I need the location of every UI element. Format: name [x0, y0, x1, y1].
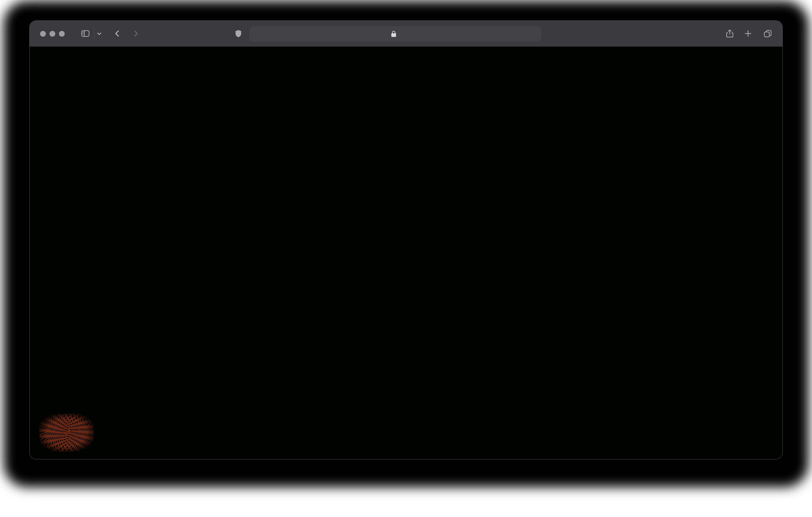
point-cloud-canvas[interactable] [30, 47, 782, 459]
close-window-button[interactable] [40, 31, 46, 37]
new-tab-icon[interactable] [743, 29, 753, 38]
tab-overview-icon[interactable] [763, 29, 773, 38]
toolbar-divider [94, 28, 94, 39]
sidebar-icon[interactable] [81, 29, 90, 38]
lock-icon [390, 30, 397, 38]
browser-titlebar [30, 21, 782, 47]
zoom-window-button[interactable] [59, 31, 65, 37]
forward-button[interactable] [131, 29, 140, 38]
share-icon[interactable] [725, 29, 734, 38]
score-stamp-decoration [39, 413, 94, 452]
minimize-window-button[interactable] [50, 31, 55, 37]
privacy-shield-icon[interactable] [234, 29, 242, 38]
game-viewport[interactable] [30, 47, 782, 459]
chevron-down-icon[interactable] [96, 30, 103, 37]
back-button[interactable] [113, 29, 122, 38]
score-counter [41, 415, 92, 450]
browser-window [29, 21, 783, 459]
address-bar[interactable] [250, 27, 541, 41]
